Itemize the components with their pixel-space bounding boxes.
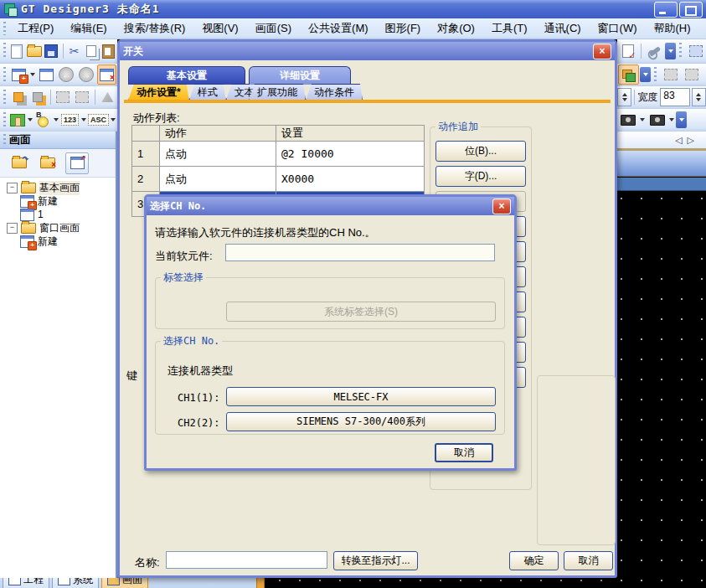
toolbar-grip[interactable]	[653, 67, 657, 82]
tab-scroll-left-icon[interactable]: ◁	[675, 135, 682, 146]
lamp-dropdown[interactable]	[54, 118, 59, 121]
toolbar-grip[interactable]	[3, 43, 6, 59]
copy-button[interactable]	[84, 42, 100, 60]
device-value-dropdown[interactable]	[81, 118, 86, 121]
select-ch-group: 选择CH No. 连接机器类型 CH1(1): MELSEC-FX CH2(2)…	[155, 334, 505, 435]
menu-figure[interactable]: 图形(F)	[377, 18, 430, 39]
capture-overflow-button[interactable]	[676, 111, 687, 128]
group-button[interactable]	[54, 88, 72, 106]
tree-item-base-screen[interactable]: − 基本画面	[0, 181, 116, 194]
menu-project[interactable]: 工程(P)	[9, 18, 62, 39]
options-button[interactable]	[645, 42, 664, 60]
menu-tools[interactable]: 工具(T)	[483, 18, 536, 39]
toolbar-grip[interactable]	[678, 43, 683, 59]
height-spinner[interactable]	[617, 88, 631, 106]
align-left-button[interactable]	[661, 65, 680, 84]
close-screen-button[interactable]: ×	[97, 64, 116, 85]
word-button[interactable]: 字(D)...	[435, 166, 526, 187]
ch2-button[interactable]: SIEMENS S7-300/400系列	[226, 412, 496, 431]
toolbar-overflow-button[interactable]	[665, 43, 676, 59]
collapse-icon[interactable]: −	[7, 183, 18, 193]
align-center-button[interactable]	[682, 65, 701, 84]
tab-scroll-right-icon[interactable]: ▷	[688, 135, 694, 146]
grid-settings-button[interactable]	[686, 42, 705, 60]
bit-button[interactable]: 位(B)...	[435, 141, 526, 162]
screen-verify-button[interactable]	[618, 42, 637, 60]
width-input[interactable]: 83	[660, 88, 689, 106]
paste-button[interactable]	[101, 42, 117, 60]
capture-dropdown[interactable]	[640, 118, 645, 121]
toolbar-grip[interactable]	[3, 112, 6, 127]
minimize-button[interactable]	[654, 2, 678, 18]
table-row[interactable]: 2 点动 X0000	[132, 167, 425, 192]
new-project-button[interactable]	[9, 42, 25, 60]
ch-cancel-button[interactable]: 取消	[435, 443, 493, 462]
basic-settings-header: 基本设置	[128, 66, 245, 85]
current-device-input[interactable]	[225, 244, 495, 261]
cut-button[interactable]: ✂	[66, 42, 82, 60]
preview-button[interactable]	[9, 111, 25, 129]
menu-communication[interactable]: 通讯(C)	[536, 18, 590, 39]
save-button[interactable]	[44, 42, 59, 60]
forward-button[interactable]: →	[77, 65, 95, 84]
back-button[interactable]: ←	[58, 65, 75, 84]
menu-object[interactable]: 对象(O)	[429, 18, 483, 39]
maximize-button[interactable]	[679, 2, 703, 18]
menu-search-replace[interactable]: 搜索/替换(R)	[116, 18, 194, 39]
open-screen-tool[interactable]: ↷	[8, 153, 30, 173]
menu-window[interactable]: 窗口(W)	[590, 18, 646, 39]
menu-common[interactable]: 公共设置(M)	[300, 18, 377, 39]
toolbar-grip[interactable]	[3, 67, 7, 82]
table-row[interactable]: 1 点动 @2 I0000	[132, 142, 425, 167]
ungroup-button[interactable]	[74, 88, 91, 106]
menu-view[interactable]: 视图(V)	[193, 18, 246, 39]
tab-action-condition[interactable]: 动作条件	[306, 84, 363, 101]
open-screen-button[interactable]	[38, 65, 55, 84]
system-label-select-button[interactable]: 系统标签选择(S)	[226, 302, 496, 322]
capture-select-button[interactable]	[618, 111, 637, 129]
name-input[interactable]	[166, 551, 327, 569]
tree-label: 1	[38, 209, 44, 220]
rotate-button[interactable]	[99, 88, 116, 106]
send-back-button[interactable]	[29, 88, 47, 106]
layer-overflow-button[interactable]	[640, 67, 651, 82]
collapse-icon[interactable]: −	[7, 223, 18, 234]
new-screen-button[interactable]: +	[10, 65, 28, 84]
capture-area-button[interactable]	[647, 111, 667, 129]
open-project-button[interactable]	[27, 42, 43, 60]
panel-grip[interactable]	[3, 134, 7, 146]
export-screen-tool[interactable]: ↗	[65, 152, 89, 174]
ok-button[interactable]: 确定	[509, 551, 559, 570]
device-value-button[interactable]: 123	[61, 111, 79, 129]
capture-area-dropdown[interactable]	[669, 118, 674, 121]
tree-item-new-window[interactable]: + 新建	[20, 235, 116, 248]
tree-item-new[interactable]: + 新建	[20, 194, 116, 208]
tab-extended-function[interactable]: 扩展功能	[249, 84, 306, 101]
close-icon[interactable]: ×	[492, 199, 511, 214]
close-icon[interactable]: ×	[593, 44, 611, 59]
tree-item-window-screen[interactable]: − 窗口画面	[0, 221, 116, 235]
menubar-grip[interactable]	[3, 22, 7, 36]
convert-to-lamp-button[interactable]: 转换至指示灯...	[333, 551, 418, 570]
toolbar-edit	[0, 86, 117, 109]
close-screen-tool[interactable]: ×	[37, 153, 59, 173]
screen-panel-header: 画面	[0, 132, 116, 149]
width-spinner[interactable]	[692, 88, 706, 106]
tab-action-settings[interactable]: 动作设置*	[128, 84, 189, 101]
menu-edit[interactable]: 编辑(E)	[62, 18, 115, 39]
lamp-display-button[interactable]: B	[35, 111, 51, 129]
ascii-display-button[interactable]: ASC	[89, 111, 108, 129]
tab-style[interactable]: 样式	[189, 84, 226, 101]
preview-dropdown[interactable]	[28, 118, 33, 121]
child-window-titlebar[interactable]	[617, 151, 706, 177]
ch1-button[interactable]: MELSEC-FX	[226, 387, 496, 406]
menu-help[interactable]: 帮助(H)	[646, 18, 699, 39]
layer-view-button[interactable]	[618, 64, 639, 85]
ascii-dropdown[interactable]	[111, 118, 116, 121]
bring-front-button[interactable]	[10, 88, 28, 106]
new-screen-dropdown[interactable]	[30, 73, 35, 76]
ch1-label: CH1(1):	[178, 392, 220, 404]
menu-screen[interactable]: 画面(S)	[247, 18, 300, 39]
cancel-button[interactable]: 取消	[564, 551, 613, 570]
toolbar-grip[interactable]	[3, 90, 7, 105]
